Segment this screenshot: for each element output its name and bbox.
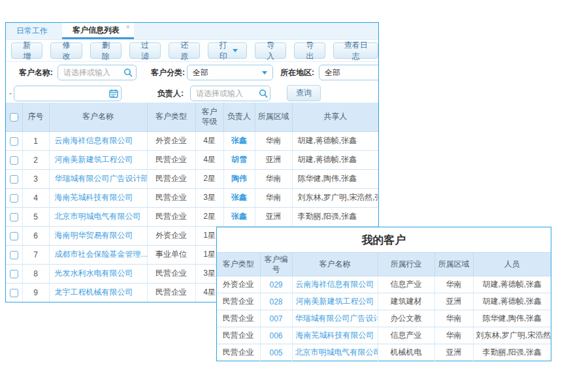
customer-name-link[interactable]: 海南明华贸易有限公司 [55, 231, 133, 240]
row-checkbox[interactable] [10, 137, 18, 146]
col-industry: 所属行业 [378, 253, 434, 276]
cell-industry: 信息产业 [378, 327, 434, 344]
cell-no: 5 [22, 207, 49, 226]
cell-region: 亚洲 [434, 293, 473, 310]
owner-link[interactable]: 张鑫 [231, 193, 247, 202]
customer-name-link[interactable]: 北京市明城电气有限公司 [55, 212, 141, 221]
category-value: 全部 [193, 68, 208, 77]
region-select[interactable]: 全部 [319, 65, 379, 80]
customer-name-link[interactable]: 华瑞城有限公司广告设计部 [295, 314, 378, 323]
cell-customer-type: 民营企业 [217, 327, 260, 344]
category-select[interactable]: 全部 [187, 65, 273, 80]
cell-no: 3 [22, 169, 49, 188]
table-row: 外资企业029云南海祥信息有限公司信息产业华南胡建,蒋德帧,张鑫 [217, 276, 551, 293]
cell-customer-type: 民营企业 [147, 283, 195, 302]
col-people: 人员 [473, 253, 551, 276]
cell-no: 9 [22, 283, 49, 302]
owner-link[interactable]: 张鑫 [231, 212, 247, 221]
row-checkbox-cell [6, 150, 22, 169]
customer-name-link[interactable]: 华瑞城有限公司广告设计部 [55, 174, 148, 183]
cell-shared: 胡建,蒋德帧,张鑫 [292, 150, 378, 169]
owner-link[interactable]: 陶伟 [231, 174, 247, 183]
customer-name-link[interactable]: 河南美新建筑工程公司 [55, 155, 133, 164]
print-button[interactable]: 打印 [208, 42, 246, 59]
calendar-icon[interactable] [109, 89, 118, 98]
add-button[interactable]: 新增 [11, 42, 42, 59]
row-checkbox-cell [6, 283, 22, 302]
row-checkbox[interactable] [10, 251, 18, 259]
table-row: 3华瑞城有限公司广告设计部民营企业2星陶伟华南陈华健,陶伟,张鑫 [6, 169, 378, 188]
export-button[interactable]: 导出 [294, 42, 325, 59]
select-all-checkbox[interactable] [10, 113, 18, 122]
cell-owner: 张鑫 [223, 188, 255, 207]
cell-customer-name: 华瑞城有限公司广告设计部 [49, 169, 147, 188]
customer-name-link[interactable]: 光发水利水电有限公司 [55, 269, 133, 278]
restore-button[interactable]: 还原 [169, 42, 200, 59]
owner-link[interactable]: 胡雪 [231, 155, 247, 164]
row-checkbox[interactable] [10, 289, 18, 297]
customer-code-link[interactable]: 028 [269, 297, 282, 306]
row-checkbox[interactable] [10, 232, 18, 240]
col-region: 所属区域 [255, 103, 292, 131]
row-checkbox[interactable] [10, 270, 18, 278]
row-checkbox[interactable] [10, 175, 18, 184]
table-row: 民营企业006海南芜城科技有限公司信息产业华南刘东林,罗广明,宋浩然,... [217, 327, 551, 344]
table-row: 民营企业005北京市明城电气有限公司机械机电亚洲李勤丽,阳强,张鑫 [217, 344, 551, 361]
cell-shared: 李勤丽,阳强,张鑫 [292, 207, 378, 226]
cell-customer-name: 北京市明城电气有限公司 [49, 207, 147, 226]
customer-name-link[interactable]: 成都市社会保险基金管理... [55, 250, 148, 259]
customer-name-link[interactable]: 云南海祥信息有限公司 [55, 136, 133, 145]
table-header-row: 序号 客户名称 客户类型 客户等级 负责人 所属区域 共享人 [6, 103, 378, 131]
cell-no: 2 [22, 150, 49, 169]
row-checkbox[interactable] [10, 156, 18, 165]
col-customer-type: 客户类型 [147, 103, 195, 131]
customer-name-link[interactable]: 海南芜城科技有限公司 [55, 193, 133, 202]
cell-customer-level: 3星 [195, 188, 223, 207]
import-button[interactable]: 导入 [255, 42, 286, 59]
row-checkbox[interactable] [10, 213, 18, 221]
filter-button[interactable]: 过滤 [129, 42, 161, 59]
cell-people: 刘东林,罗广明,宋浩然,... [473, 327, 551, 344]
customer-code-link[interactable]: 006 [269, 331, 282, 340]
row-checkbox-cell [6, 226, 22, 245]
col-customer-name: 客户名称 [49, 103, 147, 131]
customer-name-link[interactable]: 云南海祥信息有限公司 [296, 280, 374, 289]
cell-customer-type: 民营企业 [147, 207, 195, 226]
customer-code-link[interactable]: 005 [269, 348, 282, 357]
customer-code-link[interactable]: 029 [269, 280, 282, 289]
date-input[interactable] [14, 86, 122, 101]
customer-name-link[interactable]: 北京市明城电气有限公司 [295, 348, 378, 357]
view-log-button[interactable]: 查看日志 [333, 42, 378, 59]
cell-customer-name: 河南美新建筑工程公司 [292, 293, 378, 310]
customer-name-link[interactable]: 海南芜城科技有限公司 [296, 331, 374, 340]
search-button[interactable]: 查询 [287, 85, 321, 101]
customer-name-link[interactable]: 龙宇工程机械有限公司 [55, 287, 133, 297]
row-checkbox-cell [6, 131, 22, 150]
cell-people: 陈华健,陶伟,张鑫 [473, 310, 551, 327]
cell-customer-code: 029 [260, 276, 292, 293]
cell-customer-name: 海南芜城科技有限公司 [292, 327, 378, 344]
tab-customer-info-list[interactable]: 客户信息列表 × [62, 23, 134, 39]
search-icon[interactable] [259, 89, 268, 98]
table-row: 民营企业007华瑞城有限公司广告设计部办公文教华南陈华健,陶伟,张鑫 [217, 310, 551, 327]
table-row: 4海南芜城科技有限公司民营企业3星张鑫华南刘东林,罗广明,宋浩然,张鑫 [6, 188, 378, 207]
row-checkbox-cell [6, 169, 22, 188]
chevron-down-icon [262, 71, 267, 74]
cell-customer-type: 民营企业 [217, 344, 260, 361]
table-row: 2河南美新建筑工程公司民营企业4星胡雪亚洲胡建,蒋德帧,张鑫 [6, 150, 378, 169]
cell-no: 4 [22, 188, 49, 207]
cell-customer-name: 北京市明城电气有限公司 [292, 344, 378, 361]
customer-code-link[interactable]: 007 [269, 314, 282, 323]
edit-button[interactable]: 修改 [50, 42, 82, 59]
cell-customer-type: 民营企业 [147, 188, 195, 207]
search-icon[interactable] [123, 68, 133, 77]
owner-link[interactable]: 张鑫 [231, 136, 247, 145]
tab-daily-work[interactable]: 日常工作 [6, 23, 58, 39]
tab-bar: 日常工作 客户信息列表 × [6, 23, 378, 40]
customer-name-link[interactable]: 河南美新建筑工程公司 [296, 297, 374, 306]
cell-customer-level: 2星 [195, 207, 223, 226]
cell-customer-type: 民营企业 [147, 264, 195, 283]
delete-button[interactable]: 删除 [90, 42, 122, 59]
row-checkbox[interactable] [10, 194, 18, 203]
close-icon[interactable]: × [126, 24, 130, 31]
